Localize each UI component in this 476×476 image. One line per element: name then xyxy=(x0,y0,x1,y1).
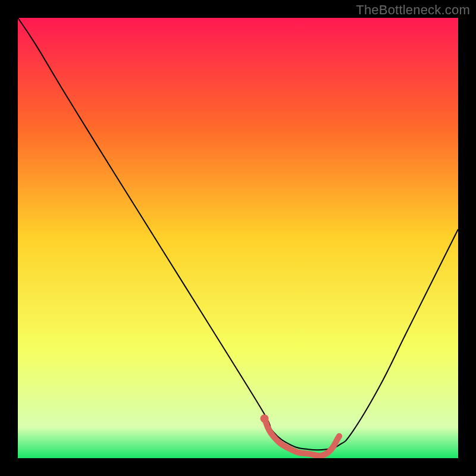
gradient-background xyxy=(18,18,458,458)
watermark-text: TheBottleneck.com xyxy=(356,2,470,18)
chart-frame: TheBottleneck.com xyxy=(0,0,476,476)
chart-svg xyxy=(18,18,458,458)
optimal-range-dot xyxy=(260,414,268,422)
chart-plot-area xyxy=(18,18,458,458)
